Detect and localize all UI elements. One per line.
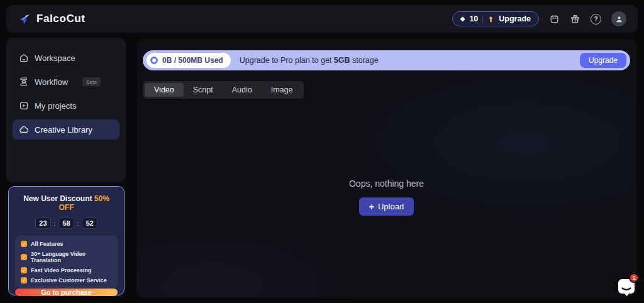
library-tabs: Video Script Audio Image	[143, 81, 304, 99]
promo-title-text: New User Discount	[23, 194, 92, 203]
tab-audio[interactable]: Audio	[223, 83, 262, 97]
sidebar-item-creative-library[interactable]: Creative Library	[13, 119, 119, 140]
feature-item: ✓ 30+ Language Video Translation	[21, 251, 112, 263]
creative-library-panel: 0B / 500MB Used Upgrade to Pro plan to g…	[136, 39, 636, 297]
tab-script[interactable]: Script	[184, 83, 223, 97]
check-icon: ✓	[21, 267, 27, 273]
promo-features-list: ✓ All Features ✓ 30+ Language Video Tran…	[15, 236, 118, 289]
beta-badge: Beta	[82, 77, 100, 86]
sidebar-item-label: Creative Library	[35, 125, 92, 135]
top-bar: FalcoCut ◆ 10 Upgrade	[6, 5, 638, 33]
storage-upgrade-banner: 0B / 500MB Used Upgrade to Pro plan to g…	[143, 50, 630, 70]
user-avatar[interactable]	[611, 11, 626, 26]
tab-video[interactable]: Video	[145, 83, 184, 97]
play-square-icon	[19, 101, 29, 111]
tab-image[interactable]: Image	[262, 83, 303, 97]
home-icon	[19, 53, 29, 63]
feature-label: All Features	[31, 241, 64, 247]
feature-item: ✓ Fast Video Processing	[21, 267, 112, 273]
calendar-icon	[549, 14, 560, 25]
sidebar-item-label: Workflow	[35, 77, 68, 87]
credits-diamond-icon: ◆	[460, 16, 465, 22]
empty-state-message: Oops, nothing here	[136, 179, 636, 189]
checkin-calendar-button[interactable]	[549, 14, 560, 25]
help-glyph: ?	[594, 16, 597, 23]
countdown-seconds: 52	[82, 218, 97, 229]
banner-message-bold: 5GB	[334, 56, 350, 65]
feature-item: ✓ All Features	[21, 241, 112, 247]
feature-item: ✓ Exclusive Customer Service	[21, 277, 112, 284]
upload-button-label: Upload	[378, 202, 404, 211]
app-logo[interactable]: FalcoCut	[18, 12, 86, 26]
credits-upgrade-pill[interactable]: ◆ 10 Upgrade	[452, 11, 539, 26]
countdown-hours: 23	[35, 218, 50, 229]
new-user-discount-card: New User Discount 50% OFF 23 : 58 : 52 ✓…	[8, 186, 125, 295]
check-icon: ✓	[21, 254, 27, 260]
feature-label: Exclusive Customer Service	[31, 277, 107, 284]
sidebar: Workspace Workflow Beta My projects C	[6, 38, 126, 182]
storage-progress-ring-icon	[150, 57, 158, 64]
check-icon: ✓	[21, 241, 27, 247]
plus-icon: +	[369, 202, 374, 211]
cloud-icon	[19, 124, 29, 135]
sidebar-item-label: My projects	[35, 101, 76, 111]
workflow-icon	[19, 77, 29, 87]
check-icon: ✓	[21, 277, 27, 284]
countdown-separator: :	[77, 220, 79, 227]
notification-badge: 1	[629, 273, 639, 283]
countdown-separator: :	[54, 220, 56, 227]
banner-message-suffix: storage	[350, 56, 379, 65]
help-icon: ?	[591, 14, 601, 25]
sidebar-item-label: Workspace	[35, 53, 75, 63]
banner-upgrade-button[interactable]: Upgrade	[580, 53, 626, 68]
sidebar-item-my-projects[interactable]: My projects	[13, 96, 119, 116]
empty-state: Oops, nothing here + Upload	[136, 179, 636, 216]
go-to-purchase-button[interactable]: Go to purchase	[15, 289, 118, 296]
feature-label: 30+ Language Video Translation	[31, 251, 112, 263]
header-actions: ◆ 10 Upgrade	[452, 11, 626, 26]
gift-icon	[570, 14, 580, 25]
sidebar-item-workflow[interactable]: Workflow Beta	[13, 72, 119, 92]
sidebar-item-workspace[interactable]: Workspace	[13, 48, 119, 68]
storage-banner-message: Upgrade to Pro plan to get 5GB storage	[240, 56, 379, 65]
upload-button[interactable]: + Upload	[359, 197, 414, 216]
countdown-minutes: 58	[58, 218, 74, 229]
storage-usage-text: 0B / 500MB Used	[162, 56, 223, 65]
falcocut-logo-icon	[18, 12, 31, 26]
help-button[interactable]: ?	[591, 14, 601, 25]
pill-divider	[482, 15, 483, 23]
feature-label: Fast Video Processing	[31, 267, 91, 273]
promo-title: New User Discount 50% OFF	[15, 194, 118, 212]
countdown-timer: 23 : 58 : 52	[15, 218, 118, 229]
upgrade-label: Upgrade	[499, 14, 531, 23]
banner-message-prefix: Upgrade to Pro plan to get	[240, 56, 334, 65]
credits-count: 10	[469, 14, 478, 23]
person-icon	[614, 14, 624, 24]
rewards-button[interactable]	[570, 14, 580, 25]
chat-widget-button[interactable]: 1	[616, 277, 636, 297]
app-name: FalcoCut	[36, 13, 86, 25]
storage-usage-pill: 0B / 500MB Used	[147, 53, 231, 68]
upgrade-arrow-icon	[487, 16, 494, 23]
